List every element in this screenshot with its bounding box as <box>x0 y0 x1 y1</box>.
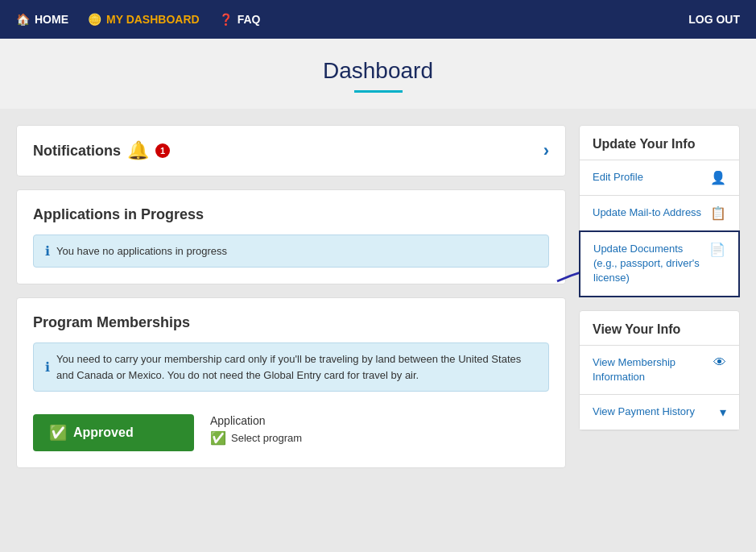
main-content: Notifications 🔔 1 › Applications in Prog… <box>0 109 756 484</box>
application-sublabel: ✅ Select program <box>210 430 302 446</box>
bell-icon: 🔔 <box>127 140 149 161</box>
update-mail-item[interactable]: Update Mail-to Address 📋 <box>580 196 739 231</box>
notifications-card: Notifications 🔔 1 › <box>16 125 566 176</box>
membership-info-text: You need to carry your membership card o… <box>56 351 537 383</box>
left-column: Notifications 🔔 1 › Applications in Prog… <box>16 125 566 468</box>
faq-label: FAQ <box>238 13 261 26</box>
view-payment-label: View Payment History <box>593 405 715 419</box>
update-section-title: Update Your Info <box>580 126 739 160</box>
select-program-label: Select program <box>231 432 302 444</box>
notifications-label: Notifications 🔔 1 <box>33 140 170 161</box>
person-icon: 👤 <box>710 170 726 185</box>
dashboard-icon: 🪙 <box>88 13 101 26</box>
approved-label: Approved <box>73 425 134 440</box>
document-icon: 📄 <box>709 242 725 257</box>
faq-icon: ❓ <box>219 13 233 26</box>
update-docs-item[interactable]: Update Documents (e.g., passport, driver… <box>579 230 740 297</box>
approved-check-icon: ✅ <box>49 424 67 442</box>
approved-button[interactable]: ✅ Approved <box>33 414 194 451</box>
notifications-text: Notifications <box>33 143 121 160</box>
edit-profile-label: Edit Profile <box>593 170 705 185</box>
nav-right: LOG OUT <box>688 13 740 26</box>
edit-profile-item[interactable]: Edit Profile 👤 <box>580 160 739 196</box>
logout-button[interactable]: LOG OUT <box>688 13 740 26</box>
page-title: Dashboard <box>0 58 756 84</box>
applications-card: Applications in Progress ℹ You have no a… <box>16 189 566 284</box>
membership-info-icon: ℹ <box>45 358 50 377</box>
update-mail-label: Update Mail-to Address <box>593 205 705 220</box>
update-info-section: Update Your Info Edit Profile 👤 Update M… <box>579 125 740 297</box>
home-icon: 🏠 <box>16 13 30 26</box>
nav-left: 🏠 HOME 🪙 MY DASHBOARD ❓ FAQ <box>16 13 260 26</box>
title-underline <box>354 90 403 93</box>
select-program-check-icon: ✅ <box>210 430 226 446</box>
application-info: Application ✅ Select program <box>210 414 302 446</box>
home-label: HOME <box>35 13 68 26</box>
application-section: ✅ Approved Application ✅ Select program <box>33 403 549 451</box>
notifications-arrow[interactable]: › <box>543 140 549 161</box>
view-membership-label: View Membership Information <box>593 355 708 384</box>
applications-title: Applications in Progress <box>33 206 549 223</box>
nav-home[interactable]: 🏠 HOME <box>16 13 68 26</box>
eye-icon: 👁 <box>713 355 726 370</box>
memberships-card: Program Memberships ℹ You need to carry … <box>16 297 566 468</box>
view-section-title: View Your Info <box>580 311 739 346</box>
right-column: Update Your Info Edit Profile 👤 Update M… <box>579 125 740 468</box>
top-navigation: 🏠 HOME 🪙 MY DASHBOARD ❓ FAQ LOG OUT <box>0 0 756 39</box>
membership-info-box: ℹ You need to carry your membership card… <box>33 342 549 392</box>
no-applications-box: ℹ You have no applications in progress <box>33 234 549 268</box>
payment-icon: ▾ <box>720 405 726 420</box>
nav-faq[interactable]: ❓ FAQ <box>219 13 261 26</box>
view-membership-item[interactable]: View Membership Information 👁 <box>580 346 739 395</box>
application-label: Application <box>210 414 302 427</box>
view-info-section: View Your Info View Membership Informati… <box>579 310 740 431</box>
address-icon: 📋 <box>710 205 726 221</box>
info-icon: ℹ <box>45 243 50 259</box>
nav-dashboard[interactable]: 🪙 MY DASHBOARD <box>88 13 200 26</box>
memberships-title: Program Memberships <box>33 314 549 331</box>
no-applications-text: You have no applications in progress <box>56 245 227 257</box>
notification-badge: 1 <box>155 143 170 158</box>
page-header: Dashboard <box>0 39 756 109</box>
dashboard-label: MY DASHBOARD <box>106 13 200 26</box>
update-docs-label: Update Documents (e.g., passport, driver… <box>593 242 704 286</box>
view-payment-item[interactable]: View Payment History ▾ <box>580 395 739 430</box>
